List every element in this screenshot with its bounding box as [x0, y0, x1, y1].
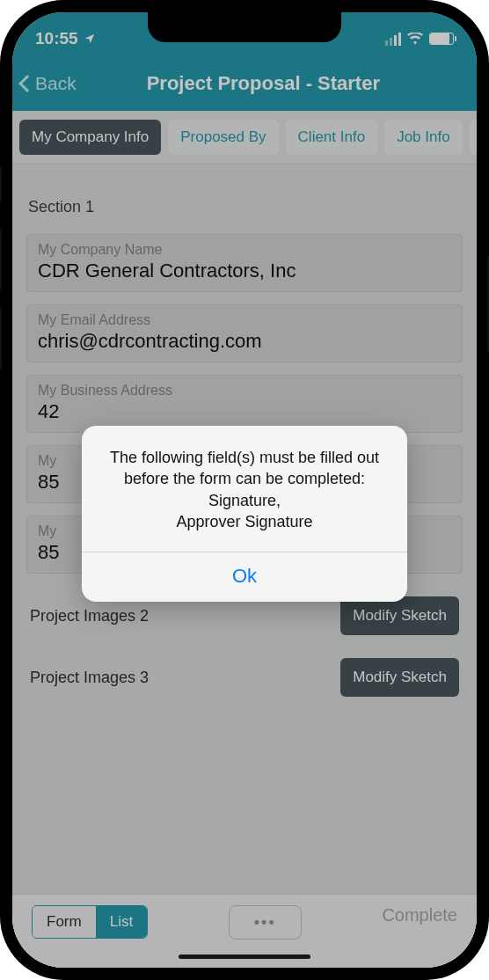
screen: 10:55 Back Project Proposal - Starter My… [12, 12, 477, 968]
alert-message: The following field(s) must be filled ou… [82, 426, 407, 552]
side-button [0, 167, 2, 202]
alert-line: before the form can be completed: [98, 468, 391, 489]
notch [148, 12, 341, 42]
phone-frame: 10:55 Back Project Proposal - Starter My… [0, 0, 489, 980]
side-button [0, 308, 2, 369]
alert-line: Approver Signature [98, 511, 391, 532]
alert-line: The following field(s) must be filled ou… [98, 447, 391, 468]
validation-alert: The following field(s) must be filled ou… [82, 426, 407, 602]
alert-line: Signature, [98, 490, 391, 511]
side-button [0, 229, 2, 290]
alert-ok-button[interactable]: Ok [82, 552, 407, 602]
